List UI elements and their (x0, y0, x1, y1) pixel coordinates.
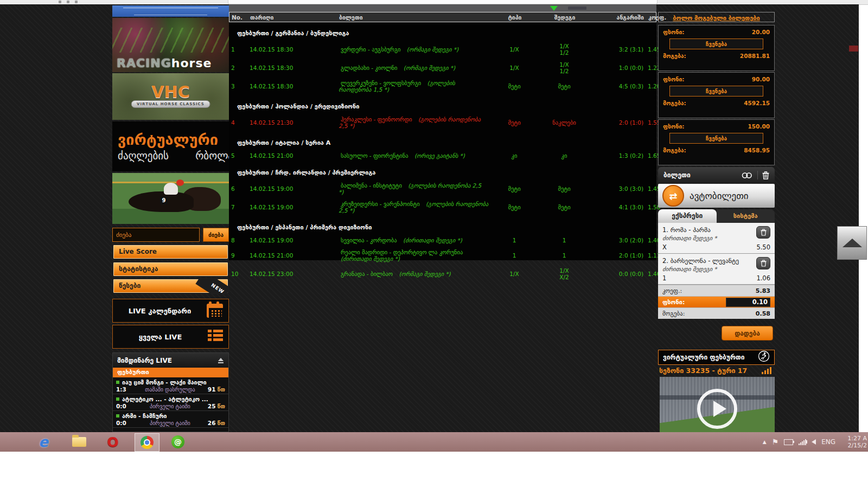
table-header-row: No.თარიღი ბილეთიტიპი შედეგიანგარიში კოეფ… (229, 12, 656, 22)
show-ticket-button[interactable]: ჩვენება (669, 86, 763, 97)
win-value: 4592.15 (744, 100, 770, 106)
racing-horse-banner[interactable]: RACINGhorse (112, 18, 229, 72)
virtual-dog-racing-banner[interactable]: ვირტუალური ძაღლებისრბოლა (112, 121, 229, 171)
clock-time: 1:27 A (847, 435, 867, 442)
show-ticket-button[interactable]: ჩვენება (669, 133, 763, 144)
show-ticket-button[interactable]: ჩვენება (669, 38, 763, 49)
winning-ticket-card: ფსონი:90.00 ჩვენება მოგება:4592.15 (658, 72, 775, 118)
all-live-button[interactable]: ყველა LIVE (112, 325, 229, 349)
taskbar-chrome-icon-active[interactable] (135, 433, 159, 452)
browser-toolbar-icon[interactable] (59, 1, 61, 3)
bet-history-row: 514.02.15 21:00 სასუოლო - ფიორენტინა (ორ… (229, 150, 656, 162)
horse-racing-banner[interactable]: 9 (112, 173, 229, 224)
browser-toolbar-icon[interactable] (75, 1, 78, 3)
scroll-top-button[interactable] (837, 226, 867, 260)
potential-win-label: მოგება: (662, 310, 685, 317)
win-label: მოგება: (663, 100, 686, 106)
betslip-stake-label: ფსონი: (662, 299, 685, 306)
all-live-label: ყველა LIVE (113, 333, 208, 341)
win-label: მოგება: (663, 147, 686, 153)
sport-category-bar[interactable]: ფეხბურთი (113, 368, 228, 377)
vhc-banner[interactable]: VHC VIRTUAL HORSE CLASSICS (112, 73, 229, 120)
collapse-icon[interactable] (218, 358, 224, 363)
dog-banner-line1: ვირტუალური (118, 131, 218, 148)
statistics-button[interactable]: სტატისტიკა (112, 261, 229, 277)
winning-ticket-card: ფსონი:20.00 ჩვენება მოგება:20881.81 (658, 25, 775, 71)
bet-history-row: 1014.02.15 23:00 გრანადა - ბილბაო (ორმაგ… (229, 265, 656, 283)
stake-value: 150.00 (748, 123, 770, 130)
language-indicator[interactable]: ENG (821, 438, 835, 446)
betslip-tabs: ექსპრესი სისტემა (658, 209, 775, 223)
system-tray: ▲ ⚑ ENG 1:27 A 2/15/2 (763, 432, 868, 452)
tab-system[interactable]: სისტემა (717, 209, 775, 223)
page-top-strip (229, 4, 656, 12)
taskbar-file-explorer-icon[interactable] (67, 433, 91, 451)
live-match-row[interactable]: იაუ ციმ მონგი - ლაქი მაილი 1:3თამაში დას… (113, 377, 228, 394)
scrollbar-top-chip (849, 46, 858, 52)
bet-history-row: 314.02.15 18:30 ლევერკუზენი - ვოლფსბურგი… (229, 77, 656, 95)
trash-icon[interactable] (762, 171, 769, 179)
winning-tickets-title[interactable]: ბოლო მოგებული ბილეთები (673, 15, 760, 22)
search-input[interactable] (112, 228, 200, 242)
bet-history-row: 814.02.15 19:00 სევილია - კორდობა (ძირით… (229, 234, 656, 246)
taskbar-opera-icon[interactable]: O (101, 433, 125, 451)
bet-history-table: No.თარიღი ბილეთიტიპი შედეგიანგარიში კოეფ… (229, 12, 656, 260)
bet-match: 2. ბარსელონა - ლევანტე (662, 257, 770, 265)
stake-value: 20.00 (752, 29, 770, 35)
divider (757, 171, 758, 179)
volume-icon[interactable] (812, 439, 816, 445)
new-badge: NEW (195, 278, 229, 294)
rules-button[interactable]: წესები NEW (112, 278, 229, 294)
play-icon[interactable] (697, 389, 737, 429)
download-arrow-icon[interactable] (550, 6, 558, 11)
virtual-football-title: ვირტუალური ფეხბურთი (663, 354, 758, 361)
potential-win-value: 0.58 (756, 310, 770, 317)
taskbar-internet-explorer-icon[interactable]: e (31, 433, 55, 451)
remove-bet-icon[interactable] (756, 257, 770, 269)
tray-expand-icon[interactable]: ▲ (763, 439, 767, 445)
jockey-cap (176, 179, 184, 186)
autoticket-button[interactable]: ⇄ ავტობილეთი (658, 184, 775, 208)
stake-input[interactable] (726, 298, 770, 307)
sidebar-search: ძიება (112, 228, 229, 242)
stake-label: ფსონი: (663, 29, 685, 35)
bet-pick: 1 (662, 274, 666, 282)
virtual-football-video[interactable] (660, 377, 775, 432)
live-score-button[interactable]: Live Score (112, 244, 229, 260)
win-label: მოგება: (663, 53, 686, 59)
eye-icon[interactable] (741, 172, 753, 179)
action-center-flag-icon[interactable]: ⚑ (772, 438, 779, 446)
remove-bet-icon[interactable] (756, 226, 770, 239)
total-coef-label: კოეფ.: (662, 287, 682, 294)
bet-history-row: 414.02.15 21:30 ჰერაკლესი - ფეინოორდი (გ… (229, 113, 656, 132)
bet-history-row: 114.02.15 18:30 ვერდერი - აუგსბურგი (ორმ… (229, 40, 656, 59)
stake-label: ფსონი: (663, 123, 685, 130)
live-match-row[interactable]: არმი - ჩამჩური 0:0პირველი ტაიმი26წთ (113, 411, 228, 428)
live-match-row[interactable]: ატლეტიკო ... - ატლეტიკო ... 0:0პირველი ტ… (113, 394, 228, 411)
bet-history-row: 214.02.15 18:30 გლადბახი - კიოლნი (ორმაგ… (229, 59, 656, 77)
runner-icon (758, 350, 770, 364)
search-button[interactable]: ძიება (203, 228, 229, 242)
tennis-banner[interactable] (112, 5, 229, 17)
place-bet-button[interactable]: დადება (722, 326, 773, 341)
desktop-screenshot: RACINGhorse VHC VIRTUAL HORSE CLASSICS ვ… (0, 0, 868, 488)
taskbar-messenger-icon[interactable]: @ (166, 433, 190, 451)
bar-chart-icon[interactable] (762, 367, 771, 374)
bet-history-row: 714.02.15 19:00 კრუზეიდერსი - ვარენპოინტ… (229, 198, 656, 216)
browser-toolbar-icon[interactable] (67, 1, 69, 3)
betslip-body: 1. რომა - პარმა ძირითადი შედეგი * X5.50 … (658, 223, 775, 319)
stake-label: ფსონი: (663, 76, 685, 82)
live-calendar-button[interactable]: LIVE კალენდარი (112, 299, 229, 323)
vhc-logo: VHC VIRTUAL HORSE CLASSICS (131, 85, 210, 108)
address-bar-fragment[interactable] (228, 0, 658, 4)
tab-express[interactable]: ექსპრესი (658, 209, 717, 223)
battery-icon[interactable] (784, 439, 793, 445)
taskbar-clock[interactable]: 1:27 A 2/15/2 (841, 435, 867, 449)
bet-odd: 5.50 (756, 243, 770, 251)
live-indicator-icon (116, 381, 119, 384)
current-live-title: მიმდინარე LIVE (117, 357, 172, 364)
autoticket-label: ავტობილეთი (690, 190, 749, 201)
bet-history-row: 614.02.15 19:00 ბალიმენა - ინსტიტუტი (გო… (229, 179, 656, 198)
live-calendar-label: LIVE კალენდარი (113, 307, 207, 315)
racing-banner-graphic (112, 28, 229, 53)
